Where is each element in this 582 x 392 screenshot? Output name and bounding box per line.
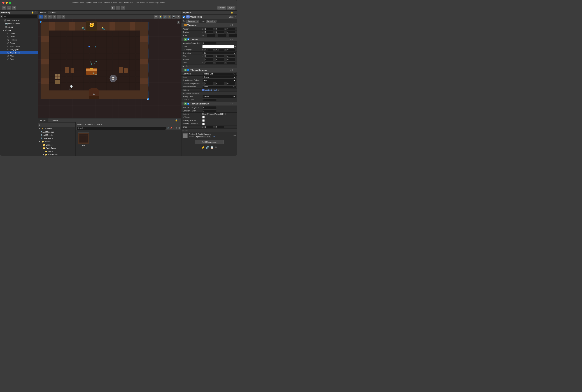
hierarchy-search[interactable] xyxy=(3,15,37,18)
position-x[interactable] xyxy=(204,28,213,30)
rect-tool[interactable]: ▭ xyxy=(57,15,61,19)
tilemap-scale-x[interactable] xyxy=(204,62,213,64)
mode-select[interactable]: Chunk xyxy=(202,76,236,78)
static-dropdown-icon[interactable]: ▾ xyxy=(235,16,236,18)
collider-more-icon[interactable]: ⋮ xyxy=(234,103,236,105)
transform-tool[interactable]: ⊕ xyxy=(62,15,65,19)
cloud-button[interactable]: ☁ xyxy=(7,6,11,10)
detect-chunk-culling-select[interactable]: Auto xyxy=(202,79,236,82)
color-picker-icon[interactable]: ✏ xyxy=(234,46,236,48)
transform-header[interactable]: ▾ T Transform ? ⚙ ⋮ xyxy=(182,23,237,27)
extrusion-factor-field[interactable] xyxy=(202,110,217,112)
tag-select[interactable]: Untagged xyxy=(186,20,199,22)
gizmos-toggle[interactable]: ⚙ xyxy=(176,15,180,19)
resources-item[interactable]: ▾ 📁 Resources xyxy=(38,153,76,156)
sort-order-select[interactable]: Bottom Left xyxy=(202,72,236,76)
tilemap-header[interactable]: ▾ ▦ Tilemap ? ⚙ ⋮ xyxy=(182,38,237,42)
scale-tool[interactable]: ⊡ xyxy=(52,15,56,19)
collider-offset-y[interactable] xyxy=(216,126,224,128)
asset-search-input[interactable] xyxy=(77,127,166,130)
more-bottom-icon[interactable]: ⋮ xyxy=(178,119,180,122)
tilemap-collider-header[interactable]: ▾ ▦ Tilemap Collider 2D ? ⚙ ⋮ xyxy=(182,102,237,106)
hierarchy-item-samplescene[interactable]: ▾ 🎬 SampleScene* xyxy=(0,19,38,22)
settings-comp-icon[interactable]: ⚙ xyxy=(232,24,233,26)
account-button[interactable]: H ▾ xyxy=(2,6,6,10)
step-button[interactable]: ⏭ xyxy=(121,6,125,10)
asset-tool-icon-2[interactable]: 📌 xyxy=(170,127,172,130)
is-trigger-checkbox[interactable] xyxy=(202,116,205,118)
renderer-help-icon[interactable]: ? xyxy=(230,69,231,71)
tilemap-scale-y[interactable] xyxy=(216,62,224,64)
effects-toggle[interactable]: ✨ xyxy=(167,15,171,19)
tab-console[interactable]: Console xyxy=(48,118,60,122)
culling-z[interactable] xyxy=(227,82,235,85)
hierarchy-item-miscs[interactable]: ⬡ Miscs xyxy=(0,35,38,38)
culling-x[interactable] xyxy=(204,82,213,85)
material-settings-icon[interactable]: ⚙ xyxy=(234,134,236,136)
inspector-bottom-icon-1[interactable]: ⚡ xyxy=(202,146,204,149)
orientation-select[interactable]: XY xyxy=(202,52,236,54)
gizmo-icon[interactable]: ⚙ xyxy=(177,21,180,24)
lock-icon[interactable]: 🔒 xyxy=(32,11,34,14)
layer-select[interactable]: Default xyxy=(206,20,216,22)
assets-section[interactable]: ▾ 📁 Assets xyxy=(38,140,76,143)
more-comp-icon[interactable]: ⋮ xyxy=(234,24,236,26)
add-asset-button[interactable]: + xyxy=(39,124,40,126)
lighting-toggle[interactable]: 💡 xyxy=(158,15,162,19)
tilemap-info-row[interactable]: ▶ Info xyxy=(182,65,237,68)
renderer-settings-icon[interactable]: ⚙ xyxy=(232,69,233,71)
hierarchy-item-gargoyles[interactable]: ⬡ Gargoyles xyxy=(0,48,38,51)
tilemap-active-checkbox[interactable] xyxy=(188,38,190,40)
offset-z[interactable] xyxy=(227,55,235,58)
help-icon[interactable]: ? xyxy=(230,24,231,26)
close-button[interactable] xyxy=(2,2,4,4)
tilemap-rotation-y[interactable] xyxy=(216,58,224,61)
spritefusion-item[interactable]: ▾ 📁 Spritefusion xyxy=(38,146,76,150)
hierarchy-item-floor[interactable]: ⬡ Floor xyxy=(0,58,38,61)
offset-y[interactable] xyxy=(216,55,224,58)
rotation-x[interactable] xyxy=(204,31,213,34)
used-by-composite-checkbox[interactable] xyxy=(202,122,205,125)
culling-y[interactable] xyxy=(216,82,224,85)
hierarchy-item-player[interactable]: ⬡ player xyxy=(0,25,38,28)
inspector-bottom-icon-2[interactable]: 🔗 xyxy=(206,146,209,149)
object-active-checkbox[interactable] xyxy=(182,16,185,18)
hierarchy-item-doors[interactable]: ⬡ Doors xyxy=(0,32,38,35)
tilemap-settings-icon[interactable]: ⚙ xyxy=(232,38,233,40)
max-tile-change-field[interactable] xyxy=(202,106,217,109)
camera-toggle[interactable]: 📷 xyxy=(172,15,176,19)
used-by-effector-checkbox[interactable] xyxy=(202,119,205,122)
maximize-button[interactable] xyxy=(9,2,11,4)
asset-tool-icon-3[interactable]: ★ xyxy=(173,127,175,130)
hand-tool[interactable]: ✋ xyxy=(39,15,43,19)
hierarchy-item-wallspillars[interactable]: ⬡ Walls pillars xyxy=(0,45,38,48)
all-models-item[interactable]: 🔍 All Models xyxy=(38,134,76,137)
tilemap-help-icon[interactable]: ? xyxy=(230,38,231,40)
all-materials-item[interactable]: 🔍 All Materials xyxy=(38,130,76,134)
rotation-y[interactable] xyxy=(216,31,224,34)
rotation-z[interactable] xyxy=(227,31,235,34)
2d-toggle[interactable]: 2D xyxy=(154,15,158,19)
more-icon[interactable]: ⋮ xyxy=(35,11,36,14)
inspector-lock-icon[interactable]: 🔒 xyxy=(231,11,233,14)
hierarchy-item-walls[interactable]: ⬡ Walls xyxy=(0,54,38,58)
maps-item[interactable]: 📁 Maps xyxy=(38,150,76,153)
layout-button[interactable]: Layout ▾ xyxy=(227,6,236,10)
settings-button[interactable]: ⚙ xyxy=(12,6,16,10)
tile-anchor-y[interactable] xyxy=(216,48,224,51)
tilemap-rotation-x[interactable] xyxy=(204,58,213,61)
tab-game[interactable]: Game xyxy=(48,10,58,14)
material-pick-icon[interactable]: ⊙ xyxy=(218,89,219,91)
add-hierarchy-button[interactable]: + xyxy=(1,16,2,18)
hierarchy-item-wallssides[interactable]: ⬡ Walls sides xyxy=(0,51,38,54)
tilemap-renderer-header[interactable]: ▾ ▦ Tilemap Renderer ? ⚙ ⋮ xyxy=(182,68,237,72)
asset-tool-icon-4[interactable]: ⚙ xyxy=(176,127,177,130)
audio-toggle[interactable]: 🔊 xyxy=(163,15,167,19)
anim-frame-rate-field[interactable] xyxy=(202,42,217,45)
collider-settings-icon[interactable]: ⚙ xyxy=(232,103,233,105)
color-swatch[interactable] xyxy=(202,45,234,48)
shader-edit-link[interactable]: Edit... xyxy=(212,136,216,138)
scale-y[interactable] xyxy=(218,34,226,37)
scenes-item[interactable]: 📁 Scenes xyxy=(38,143,76,146)
shader-select[interactable]: Sprites/Default xyxy=(195,135,211,138)
